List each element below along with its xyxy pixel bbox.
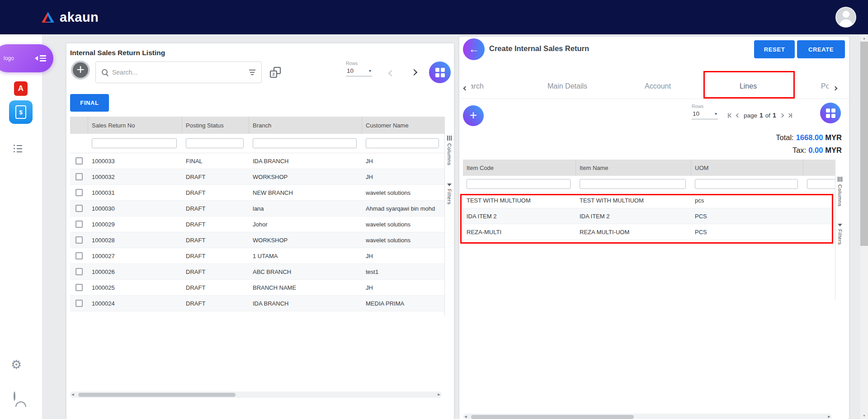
- column-header-item-code[interactable]: Item Code: [463, 160, 576, 176]
- topbar: akaun: [0, 0, 868, 34]
- table-row[interactable]: 1000028 DRAFT WORKSHOP wavelet solutions: [70, 232, 444, 248]
- column-header-uom[interactable]: UOM: [691, 160, 803, 176]
- filter-input-item-name[interactable]: [580, 179, 686, 189]
- tab-account[interactable]: Account: [613, 74, 703, 99]
- lines-grid-view-button[interactable]: [820, 103, 841, 123]
- brand-name: akaun: [60, 10, 99, 25]
- search-filter-icon[interactable]: [249, 68, 256, 76]
- create-button[interactable]: CREATE: [797, 40, 845, 58]
- table-row[interactable]: 1000027 DRAFT 1 UTAMA JH: [70, 248, 444, 264]
- next-page-icon[interactable]: [780, 114, 783, 117]
- chevron-down-icon: ▾: [369, 68, 371, 73]
- document-dollar-icon: $: [15, 105, 26, 119]
- listing-prev-page-icon[interactable]: [389, 69, 394, 77]
- prev-page-icon[interactable]: [736, 114, 740, 117]
- table-row[interactable]: 1000031 DRAFT NEW BRANCH wavelet solutio…: [70, 185, 444, 201]
- column-header-posting-status[interactable]: Posting Status: [182, 117, 249, 134]
- row-checkbox[interactable]: [75, 189, 83, 196]
- first-page-icon[interactable]: [728, 113, 732, 118]
- filters-side-tab[interactable]: Filters: [445, 184, 453, 205]
- header-checkbox-cell: [70, 117, 88, 134]
- grid-icon: [826, 108, 835, 118]
- tab-lines[interactable]: Lines: [703, 74, 793, 99]
- row-checkbox[interactable]: [75, 157, 83, 165]
- lines-horizontal-scrollbar: ◀ ▶: [463, 414, 832, 419]
- user-avatar[interactable]: [835, 7, 856, 28]
- tab-posting[interactable]: Posting: [821, 74, 829, 99]
- line-item-row[interactable]: TEST WITH MULTIUOM TEST WITH MULTIUOM pc…: [463, 193, 835, 208]
- last-page-icon[interactable]: [788, 113, 792, 118]
- sidebar-logo-pill[interactable]: logo: [0, 44, 53, 72]
- tab-search[interactable]: Search: [471, 74, 484, 99]
- tabs-scroll-left-icon[interactable]: [464, 84, 467, 92]
- add-line-button[interactable]: +: [463, 105, 484, 126]
- scrollbar-thumb[interactable]: [78, 393, 236, 397]
- row-checkbox[interactable]: [75, 173, 83, 180]
- final-filter-button[interactable]: FINAL: [70, 94, 109, 112]
- listing-table: Sales Return No Posting Status Branch Cu…: [70, 117, 444, 311]
- scroll-down-icon[interactable]: ▼: [860, 412, 868, 419]
- column-header-item-name[interactable]: Item Name: [576, 160, 691, 176]
- profile-person-icon[interactable]: [14, 392, 28, 406]
- filter-input-sales-return-no[interactable]: [92, 138, 177, 148]
- line-item-row[interactable]: IDA ITEM 2 IDA ITEM 2 PCS: [463, 208, 835, 224]
- table-row[interactable]: 1000032 DRAFT WORKSHOP JH: [70, 169, 444, 185]
- brand[interactable]: akaun: [41, 0, 99, 34]
- filter-input-uom[interactable]: [695, 179, 798, 189]
- row-checkbox[interactable]: [75, 300, 83, 307]
- pdf-app-icon[interactable]: A: [14, 81, 28, 96]
- column-header-customer-name[interactable]: Customer Name: [362, 117, 444, 134]
- row-checkbox[interactable]: [75, 236, 83, 244]
- line-item-row[interactable]: REZA-MULTI REZA MULTI-UOM PCS: [463, 224, 835, 240]
- scroll-left-icon[interactable]: ◀: [463, 414, 468, 419]
- filter-input-partial[interactable]: [807, 179, 835, 189]
- listing-menu-icon[interactable]: [14, 143, 22, 154]
- tabs-scroll-right-icon[interactable]: [834, 84, 837, 92]
- rows-per-page-select[interactable]: 10 ▾: [692, 109, 718, 119]
- listing-add-button[interactable]: +: [71, 61, 90, 80]
- app-root: akaun logo A $ ⚙ Int: [0, 0, 868, 419]
- column-header-branch[interactable]: Branch: [249, 117, 362, 134]
- lines-rows-widget: Rows 10 ▾: [692, 104, 721, 119]
- tab-main-details[interactable]: Main Details: [522, 74, 613, 99]
- listing-filter-row: [70, 134, 444, 153]
- row-checkbox[interactable]: [75, 268, 83, 275]
- row-checkbox[interactable]: [75, 284, 83, 291]
- reset-button[interactable]: RESET: [754, 40, 795, 58]
- filters-side-tab[interactable]: Filters: [835, 224, 844, 245]
- listing-next-page-icon[interactable]: [412, 68, 416, 76]
- filter-input-posting-status[interactable]: [186, 138, 244, 148]
- table-row[interactable]: 1000024 DRAFT IDA BRANCH MEDIA PRIMA: [70, 296, 444, 311]
- scrollbar-thumb[interactable]: [471, 415, 634, 419]
- sidebar-collapse-icon[interactable]: [35, 54, 46, 63]
- brand-logo-icon: [41, 11, 55, 24]
- totals-block: Total:1668.00MYR Tax:0.00MYR: [776, 133, 842, 159]
- columns-side-tab[interactable]: Columns: [445, 136, 453, 165]
- back-button[interactable]: ←: [463, 38, 485, 60]
- row-checkbox[interactable]: [75, 205, 83, 212]
- scroll-right-icon[interactable]: ▶: [436, 391, 442, 398]
- sales-app-icon[interactable]: $: [9, 100, 33, 124]
- total-line: Total:1668.00MYR: [776, 133, 842, 142]
- rows-per-page-select[interactable]: 10 ▾: [346, 66, 372, 76]
- filter-input-branch[interactable]: [253, 138, 357, 148]
- row-checkbox[interactable]: [75, 252, 83, 259]
- column-header-sales-return-no[interactable]: Sales Return No: [88, 117, 182, 134]
- row-checkbox[interactable]: [75, 221, 83, 228]
- listing-grid-view-button[interactable]: [429, 61, 451, 83]
- table-row[interactable]: 1000026 DRAFT ABC BRANCH test1: [70, 264, 444, 280]
- scrollbar-thumb[interactable]: [860, 42, 868, 246]
- scroll-up-icon[interactable]: ▲: [860, 34, 868, 42]
- filter-input-customer-name[interactable]: [366, 138, 439, 148]
- settings-gear-icon[interactable]: ⚙: [11, 359, 22, 371]
- filter-input-item-code[interactable]: [467, 179, 571, 189]
- scroll-left-icon[interactable]: ◀: [70, 391, 75, 398]
- search-input[interactable]: [112, 69, 245, 76]
- table-row[interactable]: 1000033 FINAL IDA BRANCH JH: [70, 153, 444, 169]
- scroll-right-icon[interactable]: ▶: [826, 414, 832, 419]
- duplicate-view-icon[interactable]: 2: [270, 67, 281, 78]
- table-row[interactable]: 1000025 DRAFT BRANCH NAME JH: [70, 280, 444, 296]
- columns-side-tab[interactable]: Columns: [835, 177, 844, 207]
- table-row[interactable]: 1000030 DRAFT lana Ahmad syarqawi bin mo…: [70, 201, 444, 217]
- table-row[interactable]: 1000029 DRAFT Johor wavelet solutions: [70, 217, 444, 232]
